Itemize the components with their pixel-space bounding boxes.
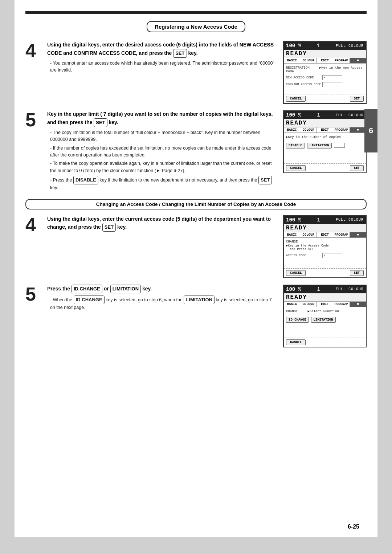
panel2-limitation-btn[interactable]: LIMITATION — [307, 143, 332, 148]
panel4-btn-row: ID CHANGE LIMITATION — [286, 317, 364, 323]
step-4b-text: Using the digital keys, enter the curren… — [47, 215, 276, 234]
step-5b-text: Press the ID CHANGE or LIMITATION key. -… — [47, 285, 276, 311]
panel2-tab-basic[interactable]: BASIC — [284, 127, 300, 133]
panel4-tab-program[interactable]: PROGRAM — [333, 302, 350, 307]
machine-panel-4: 100 % 1 FULL COLOUR READY BASIC COLOUR E… — [283, 285, 367, 347]
panel4-tab-extra[interactable]: ■ — [350, 302, 366, 307]
step-5a-text: Key in the upper limit ( 7 digits) you w… — [47, 110, 276, 192]
machine-panel-1: 100 % 1 FULL COLOUR READY BASIC COLOUR E… — [283, 41, 367, 104]
step-4a-text: Using the digital keys, enter the desire… — [47, 41, 276, 74]
panel1-line1: REGISTRATION ▶Key in the new Access Code — [286, 66, 364, 73]
panel3-tab-edit[interactable]: EDIT — [317, 232, 333, 237]
step-5b-note1: - When the ID CHANGE key is selected, go… — [50, 296, 276, 311]
panel4-tab-edit[interactable]: EDIT — [317, 302, 333, 307]
panel3-top: 100 % 1 FULL COLOUR — [284, 216, 366, 224]
set-key-4b: SET — [102, 223, 116, 232]
panel2-tab-colour[interactable]: COLOUR — [300, 127, 317, 133]
panel1-tabs: BASIC COLOUR EDIT PROGRAM ■ — [284, 58, 366, 64]
panel1-body: REGISTRATION ▶Key in the new Access Code… — [284, 64, 366, 93]
step-5a-note1: - The copy limitation is the total numbe… — [50, 129, 276, 143]
panel1-percent: 100 % — [286, 43, 301, 49]
step-5a-note3: - To make the copy operation available a… — [50, 160, 276, 174]
panel1-tab-colour[interactable]: COLOUR — [300, 58, 317, 63]
panel2-line1: ▶Key in the number of copies — [286, 135, 364, 139]
id-change-key: ID CHANGE — [72, 285, 102, 293]
panel2-top: 100 % 1 FULL COLOUR — [284, 111, 366, 119]
panel4-limitation-btn[interactable]: LIMITATION — [311, 317, 336, 323]
panel4-tab-colour[interactable]: COLOUR — [300, 302, 317, 307]
panel2-full-colour: FULL COLOUR — [336, 113, 364, 117]
panel1-field1-label: NEW ACCESS CODE — [286, 76, 322, 80]
panel3-field1-value: - — [322, 253, 342, 258]
panel3-ready: READY — [284, 224, 366, 232]
step-4-section1: 4 Using the digital keys, enter the desi… — [25, 41, 367, 104]
panel4-tab-basic[interactable]: BASIC — [284, 302, 300, 307]
top-divider — [25, 11, 367, 14]
panel3-cancel-btn[interactable]: CANCEL — [286, 270, 306, 276]
panel2-num: 1 — [317, 112, 320, 118]
step-4-section2: 4 Using the digital keys, enter the curr… — [25, 215, 367, 278]
section2-header: Changing an Access Code / Changing the L… — [25, 199, 367, 209]
step-5-section2: 5 Press the ID CHANGE or LIMITATION key.… — [25, 285, 367, 347]
panel2-tab-edit[interactable]: EDIT — [317, 127, 333, 133]
step-5a-note4: - Press the DISABLE key if the limitatio… — [50, 176, 276, 192]
panel1-tab-extra[interactable]: ■ — [350, 58, 366, 63]
limitation-key-note: LIMITATION — [184, 296, 214, 304]
panel3-field1-label: ACCESS CODE — [286, 254, 322, 257]
panel4-ready: READY — [284, 293, 366, 302]
panel3-set-btn[interactable]: SET — [350, 270, 364, 276]
step-4a-instruction: Using the digital keys, enter the desire… — [47, 41, 276, 58]
panel4-top: 100 % 1 FULL COLOUR — [284, 285, 366, 293]
panel2-btn-row: DISABLE LIMITATION - — [286, 143, 364, 148]
machine-panel-3: 100 % 1 FULL COLOUR READY BASIC COLOUR E… — [283, 215, 367, 278]
step-4b-instruction: Using the digital keys, enter the curren… — [47, 215, 276, 232]
panel2-set-btn[interactable]: SET — [350, 165, 364, 171]
panel3-tab-extra[interactable]: ■ — [350, 232, 366, 237]
panel1-top: 100 % 1 FULL COLOUR — [284, 42, 366, 50]
panel4-cancel-btn[interactable]: CANCEL — [286, 339, 306, 345]
panel3-percent: 100 % — [286, 217, 301, 223]
panel2-cancel-btn[interactable]: CANCEL — [286, 165, 306, 171]
panel3-line2: ▶Key in the Access Code — [286, 244, 364, 248]
step-5b-instruction: Press the ID CHANGE or LIMITATION key. — [47, 285, 276, 293]
panel1-field1: NEW ACCESS CODE - — [286, 75, 364, 80]
panel1-field2-label: CONFIRM ACCESS CODE — [286, 83, 322, 86]
panel1-num: 1 — [317, 43, 320, 49]
panel2-tab-extra[interactable]: ■ — [350, 127, 366, 133]
step-number-5b: 5 — [25, 285, 40, 304]
step-5-section1: 5 Key in the upper limit ( 7 digits) you… — [25, 110, 367, 192]
panel2-tabs: BASIC COLOUR EDIT PROGRAM ■ — [284, 127, 366, 133]
panel1-set-btn[interactable]: SET — [350, 96, 364, 102]
panel3-tab-colour[interactable]: COLOUR — [300, 232, 317, 237]
id-change-key-note: ID CHANGE — [74, 296, 105, 304]
panel4-bottom: CANCEL — [284, 338, 366, 347]
step-number-4b: 4 — [25, 215, 40, 234]
panel2-tab-program[interactable]: PROGRAM — [333, 127, 350, 133]
panel3-field1: ACCESS CODE - — [286, 253, 364, 258]
chapter-number: 6 — [364, 109, 377, 152]
step-5a-note2: - If the number of copies has exceeded t… — [50, 145, 276, 159]
panel3-bottom: CANCEL SET — [284, 268, 366, 277]
panel3-full-colour: FULL COLOUR — [336, 218, 364, 222]
panel1-field1-value: - — [322, 75, 342, 80]
step-5a-instruction: Key in the upper limit ( 7 digits) you w… — [47, 110, 276, 127]
panel3-line3: and Press SET — [286, 248, 364, 251]
panel2-limitation-value: - — [334, 143, 345, 148]
panel1-tab-basic[interactable]: BASIC — [284, 58, 300, 63]
panel1-cancel-btn[interactable]: CANCEL — [286, 96, 306, 102]
panel2-disable-btn[interactable]: DISABLE — [286, 143, 305, 148]
panel4-id-change-btn[interactable]: ID CHANGE — [286, 317, 309, 323]
panel1-bottom: CANCEL SET — [284, 94, 366, 103]
panel3-body: CHANGE ▶Key in the Access Code and Press… — [284, 238, 366, 267]
disable-key: DISABLE — [73, 176, 98, 184]
panel1-tab-program[interactable]: PROGRAM — [333, 58, 350, 63]
panel1-tab-edit[interactable]: EDIT — [317, 58, 333, 63]
panel3-num: 1 — [317, 217, 320, 223]
set-key-note4: SET — [258, 176, 272, 184]
step-4a-note1: - You cannot enter an access code which … — [50, 60, 276, 74]
panel3-line1: CHANGE ▶Key in the Access Code and Press… — [286, 240, 364, 251]
panel3-tab-basic[interactable]: BASIC — [284, 232, 300, 237]
panel4-full-colour: FULL COLOUR — [336, 287, 364, 291]
panel4-num: 1 — [317, 286, 320, 292]
panel3-tab-program[interactable]: PROGRAM — [333, 232, 350, 237]
